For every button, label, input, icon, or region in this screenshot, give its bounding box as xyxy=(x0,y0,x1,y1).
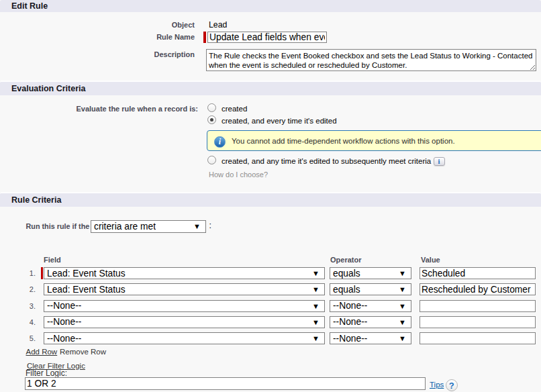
column-header-value: Value xyxy=(421,256,440,264)
section-header-edit-rule: Edit Rule xyxy=(0,0,541,12)
dropdown-arrow-icon: ▼ xyxy=(312,286,319,293)
dropdown-arrow-icon: ▼ xyxy=(312,318,319,326)
dropdown-arrow-icon: ▼ xyxy=(312,270,319,277)
select-value: --None-- xyxy=(333,301,367,311)
row-number: 2. xyxy=(0,285,36,293)
select-value: equals xyxy=(333,285,360,295)
dropdown-arrow-icon: ▼ xyxy=(399,270,406,277)
select-value: Lead: Event Status xyxy=(47,285,126,295)
value-input-3[interactable] xyxy=(420,300,536,312)
object-label: Object xyxy=(0,21,195,29)
filter-logic-input[interactable] xyxy=(25,377,426,390)
tips-link[interactable]: Tips xyxy=(430,381,444,389)
evaluate-label: Evaluate the rule when a record is: xyxy=(0,105,198,113)
section-title: Evaluation Criteria xyxy=(11,84,85,93)
select-value: --None-- xyxy=(47,334,81,344)
required-bar xyxy=(203,32,206,43)
value-input-2[interactable] xyxy=(420,283,536,295)
filter-logic-label: Filter Logic: xyxy=(26,369,67,377)
radio-created-and-edited-label: created, and every time it's edited xyxy=(222,117,337,125)
row-number: 3. xyxy=(0,302,36,310)
section-title: Rule Criteria xyxy=(11,195,61,205)
operator-select-3[interactable]: --None-- ▼ xyxy=(330,300,411,312)
select-value: --None-- xyxy=(333,317,367,327)
field-select-3[interactable]: --None-- ▼ xyxy=(44,300,325,312)
description-label: Description xyxy=(0,50,195,58)
object-value: Lead xyxy=(209,21,227,30)
row-number: 5. xyxy=(0,334,36,342)
section-header-evaluation-criteria: Evaluation Criteria xyxy=(0,81,541,95)
remove-row-link[interactable]: Remove Row xyxy=(60,348,106,356)
run-rule-label: Run this rule if the xyxy=(26,222,90,230)
radio-created-and-edited[interactable] xyxy=(207,115,216,124)
warning-box: i You cannot add time-dependent workflow… xyxy=(207,130,541,151)
dropdown-arrow-icon: ▼ xyxy=(193,223,201,230)
radio-created[interactable] xyxy=(207,103,216,112)
field-select-2[interactable]: Lead: Event Status ▼ xyxy=(44,283,325,295)
radio-created-subsequently[interactable] xyxy=(207,156,216,164)
select-value: --None-- xyxy=(47,301,81,311)
criteria-select[interactable]: criteria are met ▼ xyxy=(91,220,206,233)
radio-created-label: created xyxy=(222,105,247,113)
dropdown-arrow-icon: ▼ xyxy=(312,302,319,309)
help-icon[interactable]: ? xyxy=(446,379,458,392)
field-select-4[interactable]: --None-- ▼ xyxy=(44,316,325,328)
info-icon[interactable]: i xyxy=(434,157,445,166)
dropdown-arrow-icon: ▼ xyxy=(399,286,406,293)
field-select-5[interactable]: --None-- ▼ xyxy=(44,332,325,344)
operator-select-4[interactable]: --None-- ▼ xyxy=(330,316,411,328)
edit-rule-page: Edit Rule Object Lead Rule Name Descript… xyxy=(0,0,541,392)
operator-select-2[interactable]: equals ▼ xyxy=(330,283,411,295)
section-header-rule-criteria: Rule Criteria xyxy=(0,192,541,207)
select-value: --None-- xyxy=(333,334,367,344)
row-number: 1. xyxy=(0,269,36,277)
operator-select-5[interactable]: --None-- ▼ xyxy=(330,332,411,344)
rule-name-input[interactable] xyxy=(207,32,327,43)
dropdown-arrow-icon: ▼ xyxy=(399,302,406,309)
row-number: 4. xyxy=(0,318,36,326)
column-header-operator: Operator xyxy=(330,256,361,264)
required-bar xyxy=(41,267,44,279)
warning-text: You cannot add time-dependent workflow a… xyxy=(232,137,455,145)
how-do-i-choose-link[interactable]: How do I choose? xyxy=(209,170,268,179)
colon: : xyxy=(209,222,211,230)
description-textarea[interactable] xyxy=(206,49,536,71)
column-header-field: Field xyxy=(44,256,61,264)
radio-created-subsequently-label: created, and any time it's edited to sub… xyxy=(222,157,431,165)
operator-select-1[interactable]: equals ▼ xyxy=(330,267,411,279)
field-select-1[interactable]: Lead: Event Status ▼ xyxy=(44,267,325,279)
select-value: Lead: Event Status xyxy=(47,268,126,279)
select-value: --None-- xyxy=(47,317,81,327)
add-row-link[interactable]: Add Row xyxy=(26,348,58,356)
value-input-4[interactable] xyxy=(420,316,536,328)
dropdown-arrow-icon: ▼ xyxy=(399,318,406,326)
section-title: Edit Rule xyxy=(11,1,48,11)
select-value: equals xyxy=(333,268,360,279)
dropdown-arrow-icon: ▼ xyxy=(399,335,406,342)
value-input-1[interactable] xyxy=(420,267,536,279)
rule-name-label: Rule Name xyxy=(0,33,195,41)
value-input-5[interactable] xyxy=(420,332,536,344)
info-circle-icon: i xyxy=(214,136,226,148)
dropdown-arrow-icon: ▼ xyxy=(312,335,319,342)
select-value: criteria are met xyxy=(94,222,156,232)
